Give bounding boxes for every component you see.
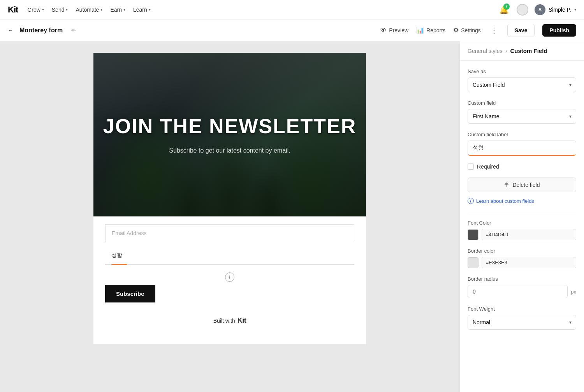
trash-icon: 🗑	[504, 182, 509, 188]
publish-button[interactable]: Publish	[542, 24, 576, 37]
border-radius-input[interactable]	[468, 285, 568, 298]
top-nav: Kit Grow ▾ Send ▾ Automate ▾ Earn ▾ Lear…	[0, 0, 584, 19]
eye-icon: 👁	[380, 27, 387, 34]
hero-image: JOIN THE NEWSLETTER Subscribe to get our…	[93, 53, 366, 216]
earn-chevron-icon: ▾	[123, 7, 125, 12]
notification-button[interactable]: 🔔 7	[498, 4, 510, 16]
learn-chevron-icon: ▾	[149, 7, 151, 12]
settings-icon: ⚙	[453, 26, 459, 34]
main-layout: JOIN THE NEWSLETTER Subscribe to get our…	[0, 41, 584, 392]
required-checkbox[interactable]	[468, 163, 474, 170]
border-radius-label: Border radius	[468, 276, 576, 282]
reports-button[interactable]: 📊 Reports	[416, 26, 445, 34]
preview-button[interactable]: 👁 Preview	[380, 27, 408, 34]
save-as-select[interactable]: Custom Field	[468, 77, 576, 92]
toolbar-actions: 👁 Preview 📊 Reports ⚙ Settings ⋮ Save Pu…	[380, 24, 576, 37]
custom-field-input[interactable]	[105, 247, 354, 265]
hero-subtitle: Subscribe to get our latest content by e…	[103, 147, 356, 154]
border-radius-row: px	[468, 285, 576, 298]
form-container: JOIN THE NEWSLETTER Subscribe to get our…	[93, 53, 366, 344]
font-weight-select-wrapper: Normal ▾	[468, 315, 576, 330]
breadcrumb-arrow-icon: ›	[505, 48, 507, 54]
notification-badge: 7	[503, 4, 510, 10]
font-weight-label: Font Weight	[468, 306, 576, 312]
status-circle	[517, 4, 528, 16]
save-as-section: Save as Custom Field ▾	[468, 69, 576, 92]
nav-earn[interactable]: Earn ▾	[110, 7, 125, 13]
delete-field-button[interactable]: 🗑 Delete field	[468, 178, 576, 192]
logo: Kit	[8, 5, 18, 15]
canvas-area: JOIN THE NEWSLETTER Subscribe to get our…	[0, 41, 459, 392]
font-color-input[interactable]	[482, 229, 576, 240]
font-color-row	[468, 229, 576, 240]
back-button[interactable]: ←	[8, 27, 13, 33]
avatar: S	[535, 4, 545, 15]
border-color-row	[468, 257, 576, 268]
add-field-row: +	[105, 269, 354, 285]
font-weight-select[interactable]: Normal	[468, 315, 576, 330]
grow-chevron-icon: ▾	[42, 7, 44, 12]
border-color-section: Border color	[468, 248, 576, 268]
info-icon: i	[468, 198, 474, 204]
custom-field-label-label: Custom field label	[468, 132, 576, 137]
custom-field-select[interactable]: First Name	[468, 109, 576, 124]
automate-chevron-icon: ▾	[100, 7, 102, 12]
breadcrumb-current: Custom Field	[510, 47, 547, 54]
right-panel: General styles › Custom Field Save as Cu…	[459, 41, 584, 392]
font-weight-section: Font Weight Normal ▾	[468, 306, 576, 330]
toolbar: ← Monterey form ✏ 👁 Preview 📊 Reports ⚙ …	[0, 19, 584, 41]
nav-links: Grow ▾ Send ▾ Automate ▾ Earn ▾ Learn ▾	[27, 7, 150, 13]
border-color-label: Border color	[468, 248, 576, 254]
edit-icon[interactable]: ✏	[71, 27, 76, 33]
nav-send[interactable]: Send ▾	[52, 7, 68, 13]
user-name: Simple P.	[549, 7, 571, 13]
custom-field-group	[105, 247, 354, 265]
required-row: Required	[468, 163, 576, 170]
back-arrow-icon: ←	[8, 27, 13, 33]
kit-logo: Kit	[237, 316, 246, 325]
breadcrumb-parent[interactable]: General styles	[468, 48, 502, 54]
px-label: px	[571, 289, 576, 295]
email-input[interactable]	[105, 224, 354, 242]
custom-field-label-section: Custom field label	[468, 132, 576, 156]
send-chevron-icon: ▾	[66, 7, 68, 12]
custom-field-select-wrapper: First Name ▾	[468, 109, 576, 124]
settings-button[interactable]: ⚙ Settings	[453, 26, 481, 34]
custom-field-panel-label: Custom field	[468, 100, 576, 106]
save-as-label: Save as	[468, 69, 576, 74]
font-color-swatch[interactable]	[468, 229, 478, 240]
custom-field-section: Custom field First Name ▾	[468, 100, 576, 124]
more-options-button[interactable]: ⋮	[489, 26, 500, 35]
nav-right: 🔔 7 S Simple P. ▾	[498, 4, 576, 16]
nav-grow[interactable]: Grow ▾	[27, 7, 44, 13]
panel-body: Save as Custom Field ▾ Custom field Firs…	[460, 61, 584, 345]
custom-field-label-input[interactable]	[468, 141, 576, 156]
breadcrumb: General styles › Custom Field	[460, 41, 584, 61]
form-title: Monterey form	[19, 27, 63, 34]
email-field-group	[105, 224, 354, 242]
save-as-select-wrapper: Custom Field ▾	[468, 77, 576, 92]
built-with: Built with Kit	[105, 309, 354, 332]
hero-title: JOIN THE NEWSLETTER	[103, 115, 356, 137]
border-color-input[interactable]	[482, 257, 576, 268]
subscribe-group: Subscribe	[105, 285, 354, 302]
save-button[interactable]: Save	[507, 24, 535, 37]
user-menu-button[interactable]: S Simple P. ▾	[535, 4, 576, 15]
font-color-section: Font Color	[468, 220, 576, 240]
required-label: Required	[477, 163, 499, 170]
font-color-label: Font Color	[468, 220, 576, 226]
form-fields: + Subscribe Built with Kit	[93, 216, 366, 344]
divider	[468, 212, 576, 212]
user-chevron-icon: ▾	[574, 7, 576, 12]
border-radius-section: Border radius px	[468, 276, 576, 298]
custom-field-wrapper	[105, 247, 354, 265]
learn-link[interactable]: i Learn about custom fields	[468, 198, 576, 204]
chart-icon: 📊	[416, 26, 424, 34]
nav-learn[interactable]: Learn ▾	[133, 7, 151, 13]
hero-content: JOIN THE NEWSLETTER Subscribe to get our…	[95, 107, 364, 162]
border-color-swatch[interactable]	[468, 257, 478, 268]
nav-automate[interactable]: Automate ▾	[76, 7, 102, 13]
subscribe-button[interactable]: Subscribe	[105, 285, 155, 302]
add-field-button[interactable]: +	[225, 272, 234, 282]
